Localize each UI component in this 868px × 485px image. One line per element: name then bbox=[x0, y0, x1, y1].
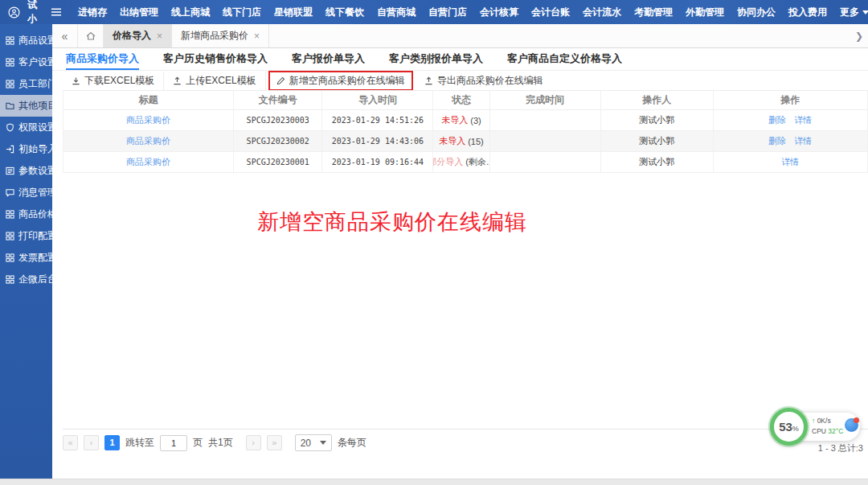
first-page-button[interactable]: « bbox=[63, 435, 78, 450]
folder-icon bbox=[6, 101, 14, 110]
menu-item[interactable]: 自营商城 bbox=[377, 6, 416, 19]
row-title-link[interactable]: 商品采购价 bbox=[126, 114, 170, 126]
subtab-customer-category-quotation-import[interactable]: 客户类别报价单导入 bbox=[389, 48, 483, 70]
tab-price-import[interactable]: 价格导入 × bbox=[104, 24, 172, 47]
sidebar-item-parameter-settings[interactable]: 参数设置 bbox=[0, 160, 52, 182]
top-navbar: 测试小郭 进销存 出纳管理 线上商城 线下门店 星销联盟 线下餐饮 自营商城 自… bbox=[0, 0, 868, 24]
close-icon[interactable]: × bbox=[254, 31, 260, 42]
column-header-title[interactable]: 标题 bbox=[63, 91, 234, 109]
total-pages-label: 共1页 bbox=[208, 436, 233, 450]
record-count-summary: 1 - 3 总计:3 bbox=[818, 442, 863, 454]
menu-item[interactable]: 星销联盟 bbox=[274, 6, 313, 19]
sidebar-item-goods-price[interactable]: 商品价格 bbox=[0, 203, 52, 225]
sidebar-item-goods-settings[interactable]: 商品设置 bbox=[0, 30, 52, 51]
last-page-button[interactable]: » bbox=[267, 435, 282, 450]
sidebar-item-invoice-config[interactable]: 发票配置 bbox=[0, 247, 52, 269]
column-header-file-no[interactable]: 文件编号 bbox=[234, 91, 322, 109]
page-word-label: 页 bbox=[193, 436, 203, 450]
menu-item[interactable]: 出纳管理 bbox=[120, 6, 158, 19]
menu-item[interactable]: 会计台账 bbox=[531, 6, 570, 19]
collapse-sidebar-icon[interactable]: « bbox=[52, 24, 78, 47]
detail-link[interactable]: 详情 bbox=[794, 135, 812, 147]
chat-icon bbox=[6, 188, 14, 197]
sidebar-item-staff-department[interactable]: 员工部门 bbox=[0, 73, 52, 95]
menu-item[interactable]: 线下餐饮 bbox=[326, 6, 364, 19]
new-empty-purchase-price-online-edit-button[interactable]: 新增空商品采购价在线编辑 bbox=[268, 71, 413, 91]
subtab-purchase-price-import[interactable]: 商品采购价导入 bbox=[66, 48, 139, 70]
edit-icon bbox=[276, 76, 285, 85]
net-rate-value: 0K/s bbox=[817, 417, 831, 425]
close-icon[interactable]: × bbox=[157, 31, 162, 42]
page-size-select[interactable]: 20 bbox=[295, 434, 332, 451]
export-icon bbox=[424, 76, 433, 85]
menu-item[interactable]: 线下门店 bbox=[223, 6, 261, 19]
row-file-no: SPCGJ20230003 bbox=[234, 110, 322, 130]
page-jump-input[interactable] bbox=[160, 435, 187, 451]
menu-item[interactable]: 自营门店 bbox=[428, 6, 467, 19]
menu-item[interactable]: 会计流水 bbox=[583, 6, 621, 19]
detail-link[interactable]: 详情 bbox=[794, 114, 812, 126]
user-avatar-icon[interactable] bbox=[8, 6, 20, 18]
sidebar-item-permission-settings[interactable]: 权限设置 bbox=[0, 117, 52, 138]
import-icon bbox=[6, 145, 14, 154]
shield-icon bbox=[6, 123, 14, 132]
column-header-operator[interactable]: 操作人 bbox=[601, 91, 714, 109]
menu-item[interactable]: 外勤管理 bbox=[686, 6, 724, 19]
home-icon[interactable] bbox=[78, 24, 104, 47]
subtab-customer-history-price-import[interactable]: 客户历史销售价格导入 bbox=[163, 48, 268, 70]
row-import-time: 2023-01-29 14:43:06 bbox=[322, 131, 433, 151]
row-title-link[interactable]: 商品采购价 bbox=[126, 135, 170, 147]
column-header-status[interactable]: 状态 bbox=[433, 91, 489, 109]
per-page-label: 条每页 bbox=[338, 436, 366, 450]
boost-ball-icon[interactable] bbox=[845, 418, 858, 432]
table-row: 商品采购价 SPCGJ20230002 2023-01-29 14:43:06 … bbox=[63, 131, 868, 152]
upload-excel-template-button[interactable]: 上传EXCEL模板 bbox=[164, 72, 265, 90]
jump-to-label: 跳转至 bbox=[125, 436, 154, 450]
hamburger-icon[interactable] bbox=[51, 8, 62, 16]
sidebar-item-other-projects[interactable]: 其他项目 bbox=[0, 95, 52, 117]
menu-item-more[interactable]: 更多 bbox=[840, 6, 868, 19]
table-row: 商品采购价 SPCGJ20230001 2023-01-19 09:16:44 … bbox=[63, 152, 868, 173]
table-header-row: 标题 文件编号 导入时间 状态 完成时间 操作人 操作 bbox=[63, 91, 868, 110]
delete-link[interactable]: 删除 bbox=[768, 114, 786, 126]
sidebar-item-customer-settings[interactable]: 客户设置 bbox=[0, 51, 52, 73]
column-header-import-time[interactable]: 导入时间 bbox=[322, 91, 433, 109]
subtab-customer-quotation-import[interactable]: 客户报价单导入 bbox=[292, 48, 365, 70]
menu-item[interactable]: 线上商城 bbox=[171, 6, 210, 19]
row-complete-time bbox=[490, 152, 601, 172]
sidebar-item-print-config[interactable]: 打印配置 bbox=[0, 225, 52, 247]
sidebar-item-initial-import[interactable]: 初始导入 bbox=[0, 138, 52, 160]
row-import-time: 2023-01-29 14:51:26 bbox=[322, 110, 433, 130]
next-page-button[interactable]: › bbox=[246, 435, 261, 450]
pagination-bar: « ‹ 1 跳转至 页 共1页 › » 20 条每页 bbox=[63, 429, 868, 454]
menu-item[interactable]: 协同办公 bbox=[737, 6, 776, 19]
monitor-stats: ↑ 0K/s CPU 32°C bbox=[812, 416, 845, 437]
sidebar-item-wecom-backend[interactable]: 企微后台 bbox=[0, 269, 52, 290]
tab-scroll-right-icon[interactable]: ❯ bbox=[855, 24, 868, 47]
prev-page-button[interactable]: ‹ bbox=[84, 435, 99, 450]
row-status: 未导入 (15) bbox=[433, 131, 489, 151]
caret-down-icon bbox=[862, 10, 868, 14]
column-header-complete-time[interactable]: 完成时间 bbox=[490, 91, 601, 109]
row-title-link[interactable]: 商品采购价 bbox=[126, 156, 170, 168]
column-header-actions[interactable]: 操作 bbox=[714, 91, 868, 109]
cpu-usage-gauge[interactable]: 53% bbox=[770, 408, 808, 446]
subtab-customer-custom-price-import[interactable]: 客户商品自定义价格导入 bbox=[507, 48, 622, 70]
delete-link[interactable]: 删除 bbox=[768, 135, 786, 147]
row-status: 部分导入 (剩余… bbox=[433, 152, 489, 172]
row-operator: 测试小郭 bbox=[601, 110, 714, 130]
current-page-button[interactable]: 1 bbox=[104, 435, 120, 450]
menu-item[interactable]: 考勤管理 bbox=[634, 6, 673, 19]
tab-new-purchase-price[interactable]: 新增商品采购价 × bbox=[172, 24, 269, 47]
menu-item[interactable]: 会计核算 bbox=[480, 6, 518, 19]
detail-link[interactable]: 详情 bbox=[781, 156, 799, 168]
left-sidebar: 商品设置 客户设置 员工部门 其他项目 权限设置 初始导入 参数设置 消息管理 bbox=[0, 24, 52, 479]
menu-item[interactable]: 进销存 bbox=[78, 6, 107, 19]
row-file-no: SPCGJ20230001 bbox=[234, 152, 322, 172]
download-excel-template-button[interactable]: 下载EXCEL模板 bbox=[63, 72, 164, 90]
cpu-percent-value: 53 bbox=[779, 420, 792, 434]
export-purchase-price-online-edit-button[interactable]: 导出商品采购价在线编辑 bbox=[416, 72, 552, 90]
sidebar-item-message-management[interactable]: 消息管理 bbox=[0, 182, 52, 203]
main-menu: 进销存 出纳管理 线上商城 线下门店 星销联盟 线下餐饮 自营商城 自营门店 会… bbox=[78, 6, 868, 19]
menu-item[interactable]: 投入费用 bbox=[788, 6, 827, 19]
